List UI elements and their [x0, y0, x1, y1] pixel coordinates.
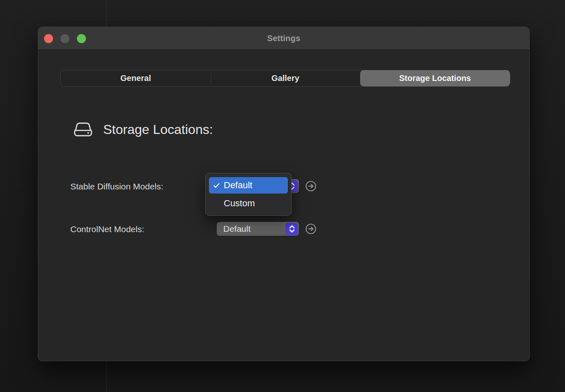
segment-divider [211, 73, 211, 83]
tab-general[interactable]: General [61, 70, 211, 86]
tab-storage-locations-label: Storage Locations [399, 74, 471, 83]
open-controlnet-location-button[interactable] [305, 223, 317, 235]
checkmark-icon [213, 182, 224, 189]
section-heading: Storage Locations: [73, 121, 213, 138]
sd-models-dropdown-menu: Default Custom [205, 173, 292, 216]
chevron-up-down-icon [285, 223, 298, 235]
titlebar[interactable]: Settings [38, 27, 529, 50]
tab-gallery-label: Gallery [271, 74, 299, 83]
menu-item-label: Default [224, 180, 252, 191]
tab-storage-locations[interactable]: Storage Locations [360, 70, 510, 86]
controlnet-models-popup[interactable]: Default [217, 222, 299, 236]
window-title: Settings [38, 27, 529, 50]
external-drive-icon [73, 121, 93, 138]
settings-window: Settings General Gallery Storage Locatio… [38, 27, 530, 361]
arrow-right-circle-icon [305, 180, 317, 192]
settings-tabs: General Gallery Storage Locations [60, 70, 510, 87]
popup-value: Default [217, 224, 285, 234]
open-sd-models-location-button[interactable] [305, 180, 317, 192]
section-title: Storage Locations: [103, 122, 213, 137]
menu-item-label: Custom [224, 198, 255, 209]
menu-item-custom[interactable]: Custom [209, 195, 288, 212]
menu-item-default[interactable]: Default [209, 177, 288, 194]
tab-general-label: General [120, 74, 151, 83]
arrow-right-circle-icon [305, 223, 317, 235]
controlnet-models-label: ControlNet Models: [70, 222, 144, 236]
stable-diffusion-models-label: Stable Diffusion Models: [70, 180, 163, 194]
tab-gallery[interactable]: Gallery [211, 70, 360, 86]
